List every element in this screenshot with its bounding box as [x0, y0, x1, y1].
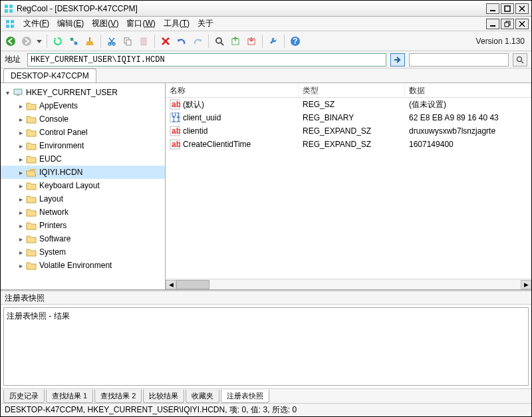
- close-button[interactable]: [515, 3, 529, 14]
- expander-icon[interactable]: ▸: [17, 249, 25, 256]
- titlebar[interactable]: RegCool - [DESKTOP-K47CCPM]: [1, 1, 531, 17]
- export-icon[interactable]: [228, 34, 243, 49]
- lower-tab-4[interactable]: 收藏夹: [186, 390, 219, 403]
- tools-icon[interactable]: [266, 34, 281, 49]
- help-icon[interactable]: ?: [288, 34, 303, 49]
- mdi-controls: [486, 19, 529, 29]
- expander-icon[interactable]: ▸: [17, 222, 25, 229]
- forward-button[interactable]: [19, 34, 34, 49]
- expander-icon[interactable]: ▸: [17, 235, 25, 243]
- column-data[interactable]: 数据: [405, 83, 531, 97]
- lower-tab-5[interactable]: 注册表快照: [221, 390, 269, 403]
- lower-tab-0[interactable]: 历史记录: [3, 390, 45, 403]
- tree-item-control-panel[interactable]: ▸Control Panel: [1, 126, 165, 139]
- minimize-button[interactable]: [486, 3, 499, 14]
- maximize-button[interactable]: [501, 3, 514, 14]
- list-row[interactable]: abCreateClientidTimeREG_EXPAND_SZ1607149…: [166, 138, 531, 151]
- tree-item-label: Volatile Environment: [39, 261, 116, 270]
- list-body[interactable]: ab(默认)REG_SZ(值未设置)011110client_uuidREG_B…: [166, 98, 531, 279]
- broom-icon[interactable]: [82, 34, 97, 49]
- redo-icon[interactable]: [190, 34, 205, 49]
- registry-tree[interactable]: ▾ HKEY_CURRENT_USER ▸AppEvents▸Console▸C…: [1, 83, 166, 289]
- expander-icon[interactable]: ▸: [17, 102, 25, 110]
- lower-tab-1[interactable]: 查找结果 1: [46, 390, 93, 403]
- window-title: RegCool - [DESKTOP-K47CCPM]: [17, 4, 486, 13]
- mdi-close-button[interactable]: [515, 19, 529, 29]
- expander-icon[interactable]: ▸: [17, 196, 25, 203]
- search-input[interactable]: [409, 53, 509, 67]
- menu-edit[interactable]: 编辑(E): [53, 18, 88, 29]
- address-input[interactable]: [27, 53, 386, 67]
- expander-icon[interactable]: ▸: [17, 169, 25, 176]
- list-row[interactable]: 011110client_uuidREG_BINARY62 E8 EB A9 8…: [166, 111, 531, 124]
- back-button[interactable]: [3, 34, 18, 49]
- menu-file[interactable]: 文件(F): [19, 18, 53, 29]
- tree-item-keyboard-layout[interactable]: ▸Keyboard Layout: [1, 179, 165, 192]
- string-value-icon: ab: [170, 139, 180, 150]
- search-button[interactable]: [513, 53, 527, 67]
- expander-icon[interactable]: ▸: [17, 142, 25, 150]
- svg-rect-30: [142, 37, 145, 39]
- column-name[interactable]: 名称: [166, 83, 299, 97]
- expander-icon[interactable]: ▾: [3, 89, 11, 96]
- connect-icon[interactable]: [66, 34, 81, 49]
- menu-view[interactable]: 视图(V): [88, 18, 122, 29]
- svg-rect-28: [126, 40, 131, 45]
- tab-main[interactable]: DESKTOP-K47CCPM: [3, 69, 96, 82]
- expander-icon[interactable]: ▸: [17, 116, 25, 123]
- history-dropdown[interactable]: [35, 34, 43, 49]
- cell-type: REG_SZ: [299, 100, 405, 109]
- svg-rect-9: [11, 20, 14, 23]
- scroll-track[interactable]: [176, 280, 521, 289]
- list-row[interactable]: abclientidREG_EXPAND_SZdruxuwysxwb7lsnzj…: [166, 124, 531, 138]
- lower-tab-2[interactable]: 查找结果 2: [94, 390, 142, 403]
- tree-item-environment[interactable]: ▸Environment: [1, 139, 165, 152]
- mdi-minimize-button[interactable]: [486, 19, 499, 29]
- find-icon[interactable]: [212, 34, 227, 49]
- tree-item-eudc[interactable]: ▸EUDC: [1, 152, 165, 166]
- lower-body[interactable]: 注册表快照 - 结果: [3, 307, 529, 386]
- column-type[interactable]: 类型: [299, 83, 405, 97]
- tree-item-console[interactable]: ▸Console: [1, 112, 165, 126]
- menu-about[interactable]: 关于: [194, 18, 217, 29]
- lower-tab-3[interactable]: 比较结果: [143, 390, 184, 403]
- tree-item-appevents[interactable]: ▸AppEvents: [1, 99, 165, 112]
- tree-item-network[interactable]: ▸Network: [1, 206, 165, 219]
- paste-icon[interactable]: [136, 34, 151, 49]
- tree-item-layout[interactable]: ▸Layout: [1, 192, 165, 206]
- undo-icon[interactable]: [174, 34, 189, 49]
- expander-icon[interactable]: ▸: [17, 182, 25, 190]
- scroll-left-button[interactable]: ◀: [166, 280, 176, 289]
- document-tabs: DESKTOP-K47CCPM: [1, 69, 531, 83]
- cell-type: REG_EXPAND_SZ: [299, 126, 405, 136]
- tree-item-printers[interactable]: ▸Printers: [1, 219, 165, 232]
- tree-item-system[interactable]: ▸System: [1, 245, 165, 259]
- svg-rect-5: [505, 6, 510, 11]
- tree-item-software[interactable]: ▸Software: [1, 232, 165, 245]
- tree-root[interactable]: ▾ HKEY_CURRENT_USER: [1, 86, 165, 99]
- horizontal-scrollbar[interactable]: ◀ ▶: [166, 279, 531, 289]
- svg-rect-14: [505, 23, 509, 27]
- mdi-restore-button[interactable]: [501, 19, 514, 29]
- refresh-icon[interactable]: [51, 34, 65, 49]
- tree-item-iqiyi-hcdn[interactable]: ▸IQIYI.HCDN: [1, 166, 165, 179]
- cell-name: abclientid: [166, 126, 299, 136]
- svg-rect-10: [6, 25, 9, 28]
- copy-icon[interactable]: [120, 34, 135, 49]
- delete-icon[interactable]: [158, 34, 173, 49]
- scroll-right-button[interactable]: ▶: [521, 280, 531, 289]
- list-row[interactable]: ab(默认)REG_SZ(值未设置): [166, 98, 531, 111]
- folder-icon: [26, 234, 37, 243]
- expander-icon[interactable]: ▸: [17, 209, 25, 216]
- menu-window[interactable]: 窗口(W): [122, 18, 159, 29]
- app-window: RegCool - [DESKTOP-K47CCPM] 文件(F) 编辑(E) …: [0, 0, 532, 417]
- import-icon[interactable]: [244, 34, 259, 49]
- address-go-button[interactable]: [390, 53, 405, 67]
- expander-icon[interactable]: ▸: [17, 129, 25, 136]
- expander-icon[interactable]: ▸: [17, 156, 25, 163]
- tree-item-volatile-environment[interactable]: ▸Volatile Environment: [1, 259, 165, 272]
- expander-icon[interactable]: ▸: [17, 262, 25, 269]
- cut-icon[interactable]: [104, 34, 119, 49]
- scroll-thumb[interactable]: [176, 280, 209, 289]
- menu-tools[interactable]: 工具(T): [160, 18, 194, 29]
